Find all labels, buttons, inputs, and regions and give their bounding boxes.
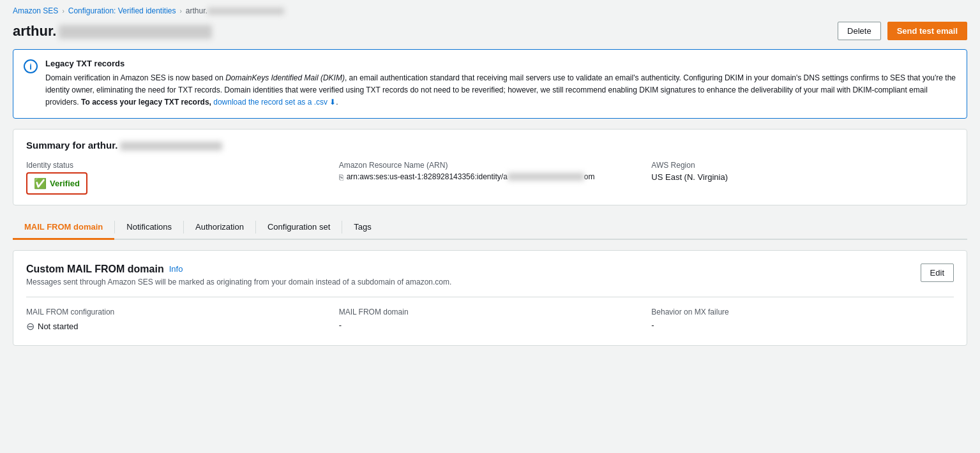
breadcrumb-sep-1: › [62, 8, 64, 15]
mail-from-domain-value: - [339, 320, 642, 330]
aws-region-label: AWS Region [651, 161, 954, 170]
tabs-container: MAIL FROM domain Notifications Authoriza… [13, 216, 967, 240]
mail-from-domain-field: MAIL FROM domain - [339, 308, 642, 332]
verified-check-icon: ✅ [34, 177, 47, 189]
arn-field: Amazon Resource Name (ARN) ⎘ arn:aws:ses… [339, 161, 642, 195]
mail-from-configuration-value: ⊖ Not started [26, 320, 329, 332]
tab-content-left: Custom MAIL FROM domain Info Messages se… [26, 264, 451, 286]
page-title: arthur. [13, 23, 212, 40]
delete-button[interactable]: Delete [838, 22, 881, 40]
tab-configuration-set[interactable]: Configuration set [256, 216, 342, 240]
mail-from-tab-content: Custom MAIL FROM domain Info Messages se… [13, 250, 967, 346]
summary-title: Summary for arthur. [26, 140, 954, 151]
arn-label: Amazon Resource Name (ARN) [339, 161, 642, 170]
edit-button[interactable]: Edit [921, 264, 954, 282]
info-banner-title: Legacy TXT records [45, 59, 956, 68]
breadcrumb-verified-identities[interactable]: Configuration: Verified identities [68, 6, 176, 15]
not-started-icon: ⊖ [26, 320, 34, 332]
mail-from-configuration-field: MAIL FROM configuration ⊖ Not started [26, 308, 329, 332]
status-verified-text: Verified [50, 179, 80, 188]
csv-download-link[interactable]: download the record set as a .csv ⬇ [213, 98, 336, 107]
custom-mail-from-title: Custom MAIL FROM domain [26, 264, 164, 275]
breadcrumb-current: arthur. [186, 6, 284, 15]
info-banner: i Legacy TXT records Domain verification… [13, 49, 967, 119]
page-header: arthur. Delete Send test email [0, 19, 980, 49]
tab-content-title-row: Custom MAIL FROM domain Info [26, 264, 451, 275]
mail-from-grid: MAIL FROM configuration ⊖ Not started MA… [26, 297, 954, 332]
tab-tags[interactable]: Tags [342, 216, 382, 240]
breadcrumb: Amazon SES › Configuration: Verified ide… [0, 0, 980, 19]
breadcrumb-ses[interactable]: Amazon SES [13, 6, 58, 15]
identity-status-field: Identity status ✅ Verified [26, 161, 329, 195]
arn-value: ⎘ arn:aws:ses:us-east-1:828928143356:ide… [339, 172, 642, 182]
header-actions: Delete Send test email [838, 22, 967, 40]
tab-notifications[interactable]: Notifications [115, 216, 183, 240]
page-title-blurred [59, 25, 212, 39]
mail-from-configuration-label: MAIL FROM configuration [26, 308, 329, 316]
status-verified: ✅ Verified [34, 177, 80, 189]
tab-authorization[interactable]: Authorization [184, 216, 255, 240]
tab-content-subtitle: Messages sent through Amazon SES will be… [26, 278, 451, 286]
tab-mail-from-domain[interactable]: MAIL FROM domain [13, 216, 114, 240]
not-started-text: Not started [38, 322, 79, 331]
aws-region-value: US East (N. Virginia) [651, 172, 954, 182]
info-link[interactable]: Info [169, 264, 183, 274]
summary-card: Summary for arthur. Identity status ✅ Ve… [13, 129, 967, 205]
identity-status-label: Identity status [26, 161, 329, 170]
info-icon: i [24, 59, 38, 73]
info-banner-content: Legacy TXT records Domain verification i… [45, 59, 956, 109]
breadcrumb-sep-2: › [180, 8, 182, 15]
mail-from-domain-label: MAIL FROM domain [339, 308, 642, 316]
send-test-email-button[interactable]: Send test email [887, 22, 967, 40]
tab-content-header: Custom MAIL FROM domain Info Messages se… [26, 264, 954, 286]
summary-title-blurred [120, 142, 222, 151]
arn-text: arn:aws:ses:us-east-1:828928143356:ident… [347, 172, 595, 181]
summary-grid: Identity status ✅ Verified Amazon Resour… [26, 161, 954, 195]
mx-failure-field: Behavior on MX failure - [651, 308, 954, 332]
mx-failure-value: - [651, 320, 954, 330]
aws-region-field: AWS Region US East (N. Virginia) [651, 161, 954, 195]
mx-failure-label: Behavior on MX failure [651, 308, 954, 316]
identity-status-box: ✅ Verified [26, 172, 87, 195]
info-banner-body: Domain verification in Amazon SES is now… [45, 72, 956, 109]
arn-blurred [508, 173, 584, 181]
copy-icon[interactable]: ⎘ [339, 173, 343, 182]
